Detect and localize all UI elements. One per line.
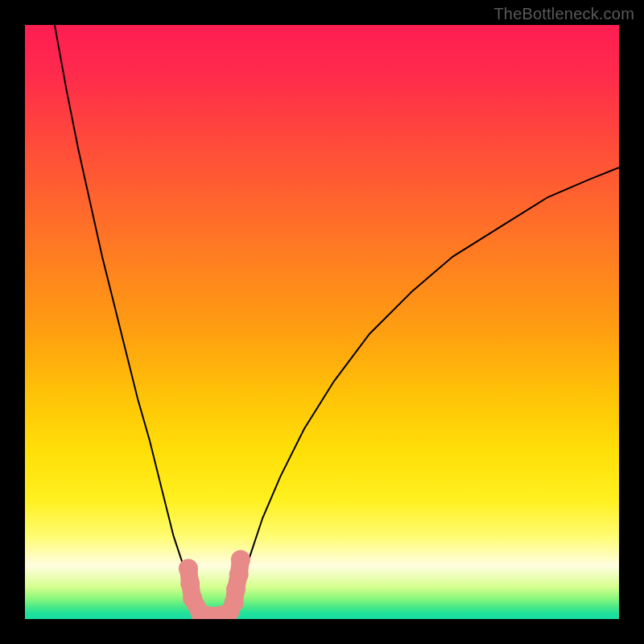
markers-group — [179, 550, 250, 619]
chart-frame: TheBottleneck.com — [0, 0, 644, 644]
curve-right-curve — [233, 167, 619, 619]
plot-area — [25, 25, 619, 619]
watermark-text: TheBottleneck.com — [493, 5, 634, 23]
marker-dot — [231, 550, 250, 569]
chart-svg — [25, 25, 619, 619]
curves-group — [55, 25, 619, 619]
curve-left-curve — [55, 25, 204, 619]
